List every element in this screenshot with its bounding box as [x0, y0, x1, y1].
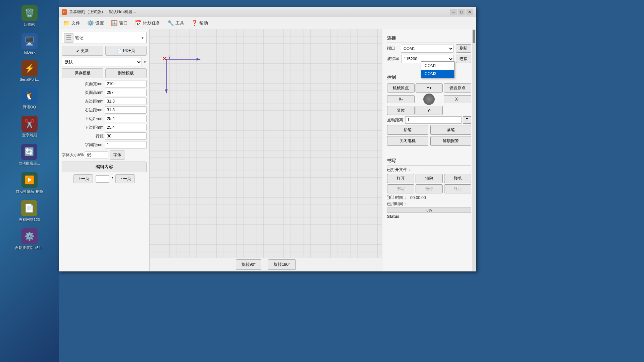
progress-text: 0% — [427, 208, 432, 212]
com-option-com3[interactable]: COM3 — [421, 70, 454, 78]
svg-marker-3 — [165, 89, 168, 94]
save-template-button[interactable]: 保存模板 — [62, 68, 103, 78]
desktop-icon-auto1[interactable]: 🔄 自动换底后... — [17, 142, 42, 168]
y-minus-button[interactable]: Y- — [416, 106, 443, 115]
prev-page-button[interactable]: 上一页 — [73, 174, 93, 183]
open-button[interactable]: 打开 — [387, 174, 414, 183]
desktop-icon-recycle[interactable]: 🗑️ 回收站 — [20, 3, 39, 29]
right-margin-label: 右边距mm — [62, 107, 104, 113]
com-dropdown: COM1 COM3 — [421, 61, 454, 78]
motor-off-button[interactable]: 关闭电机 — [387, 136, 428, 146]
delete-template-button[interactable]: 删除模板 — [105, 68, 147, 78]
desktop-icon-qq[interactable]: 🐧 腾讯QQ — [20, 86, 39, 111]
pagination: 上一页 / 下一页 — [62, 174, 147, 183]
estimated-time-value: 00:00:00 — [410, 195, 426, 200]
y-plus-button[interactable]: Y+ — [416, 83, 443, 93]
com-option-com1[interactable]: COM1 — [421, 62, 454, 70]
x-minus-button[interactable]: X- — [387, 95, 415, 103]
pdf-icon: 📄 — [117, 49, 122, 53]
write-section-header: 书写 — [387, 157, 471, 166]
progress-bar: 0% — [387, 207, 471, 213]
desktop-icon-laser[interactable]: ✂️ 童享雕刻 — [20, 114, 39, 139]
desktop-icon-todesk[interactable]: 🖥️ ToDesk — [20, 32, 39, 56]
window-title: 童享雕刻（正式版） - 默认Grbl机器... — [69, 9, 136, 15]
write-control-buttons: 书写 暂停 终止 — [387, 184, 471, 193]
desktop-icon-auto2[interactable]: ▶️ 自动换底后 视频 — [14, 170, 44, 196]
rotate180-button[interactable]: 旋转180° — [268, 259, 296, 270]
top-margin-input[interactable] — [105, 115, 147, 122]
estimated-time-label: 预计时间： — [387, 195, 409, 200]
font-button[interactable]: 字体 — [110, 150, 125, 160]
open-file-label: 已打开文件： — [387, 167, 411, 173]
desktop-icon-internet[interactable]: 📄 没有网络123 — [17, 198, 41, 224]
left-margin-input[interactable] — [105, 98, 147, 105]
reset-button[interactable]: 复位 — [387, 106, 415, 115]
menu-settings[interactable]: ⚙️ 设置 — [85, 18, 107, 28]
step-input[interactable] — [405, 116, 462, 124]
update-button[interactable]: ✔ 更新 — [62, 46, 103, 56]
right-scrollbar[interactable] — [472, 29, 476, 271]
page-number-input[interactable] — [96, 175, 109, 183]
page-dimensions-form: 页面宽mm 页面高mm 左边距mm 右边距mm 上边距mm 下边距mm 行距 字… — [62, 80, 147, 148]
app-window: ✂ 童享雕刻（正式版） - 默认Grbl机器... ─ □ ✕ 📁 文件 ⚙️ … — [59, 7, 476, 272]
menu-window[interactable]: 🪟 窗口 — [108, 18, 130, 28]
machine-origin-button[interactable]: 机械原点 — [387, 83, 415, 93]
pen-down-button[interactable]: 落笔 — [430, 125, 472, 135]
stop-button[interactable]: 终止 — [444, 184, 471, 193]
template-select-row: 默认 ▼ — [62, 58, 147, 66]
refresh-button[interactable]: 刷新 — [456, 44, 471, 53]
next-page-button[interactable]: 下一页 — [115, 174, 135, 183]
font-size-input[interactable] — [85, 152, 108, 159]
pause-button[interactable]: 暂停 — [416, 184, 443, 193]
left-panel: 笔记 ▼ ✔ 更新 📄 PDF页 默认 ▼ — [59, 29, 150, 271]
desktop-icon-exec[interactable]: ⚙️ 自动换底后 x64... — [13, 227, 45, 252]
close-button[interactable]: ✕ — [466, 9, 473, 15]
minimize-button[interactable]: ─ — [450, 9, 457, 15]
joystick-center[interactable] — [423, 94, 435, 105]
file-buttons: 打开 清除 预览 — [387, 174, 471, 183]
pen-row: 抬笔 落笔 — [387, 125, 471, 135]
write-button[interactable]: 书写 — [387, 184, 414, 193]
x-plus-button[interactable]: X+ — [444, 95, 471, 103]
edit-content-button[interactable]: 编辑内容 — [62, 162, 147, 172]
canvas-svg: Y ✕ — [150, 29, 382, 271]
port-select[interactable]: COM1 COM3 — [401, 45, 454, 53]
menu-file[interactable]: 📁 文件 — [61, 18, 83, 28]
pen-up-button[interactable]: 抬笔 — [387, 125, 428, 135]
canvas-area: Y ✕ 旋转90° 旋转180° — [150, 29, 382, 271]
step-label: 点动距离 — [387, 117, 404, 123]
update-pdf-buttons: ✔ 更新 📄 PDF页 — [62, 46, 147, 56]
rotate90-button[interactable]: 旋转90° — [236, 259, 261, 270]
template-arrow: ▼ — [143, 60, 147, 64]
line-spacing-input[interactable] — [105, 132, 147, 140]
tools-icon: 🔧 — [167, 20, 174, 26]
menu-tools[interactable]: 🔧 工具 — [165, 18, 187, 28]
title-bar: ✂ 童享雕刻（正式版） - 默认Grbl机器... ─ □ ✕ — [59, 7, 476, 17]
right-margin-input[interactable] — [105, 106, 147, 114]
connect-button[interactable]: 连接 — [456, 55, 471, 63]
char-spacing-input[interactable] — [105, 141, 147, 148]
font-size-row: 字体大小h% 字体 — [62, 150, 147, 160]
pdf-button[interactable]: 📄 PDF页 — [105, 46, 147, 56]
template-dropdown[interactable]: 默认 — [62, 58, 142, 66]
motor-release-button[interactable]: 解锁报警 — [430, 136, 472, 146]
bottom-margin-input[interactable] — [105, 124, 147, 131]
main-content: 笔记 ▼ ✔ 更新 📄 PDF页 默认 ▼ — [59, 29, 476, 271]
menu-help[interactable]: ❓ 帮助 — [189, 18, 211, 28]
set-origin-button[interactable]: 设置原点 — [444, 83, 471, 93]
hamburger-button[interactable] — [64, 33, 73, 43]
desktop-icon-serial[interactable]: ⚡ SerialPort... — [18, 59, 41, 83]
step-up-button[interactable]: T — [463, 116, 471, 124]
clear-button[interactable]: 清除 — [416, 174, 443, 183]
right-content: 连接 端口 COM1 COM3 COM1 COM3 — [382, 29, 476, 225]
page-height-input[interactable] — [105, 89, 147, 96]
maximize-button[interactable]: □ — [458, 9, 465, 15]
elapsed-time-row: 已用时间： — [387, 201, 471, 207]
baud-label: 波特率 — [387, 56, 399, 62]
bottom-toolbar: 旋转90° 旋转180° — [150, 258, 382, 271]
page-width-input[interactable] — [105, 80, 147, 87]
scroll-thumb[interactable] — [473, 30, 475, 43]
menu-schedule[interactable]: 📅 计划任务 — [132, 18, 163, 28]
preview-button[interactable]: 预览 — [444, 174, 471, 183]
connection-section-header: 连接 — [387, 34, 471, 43]
